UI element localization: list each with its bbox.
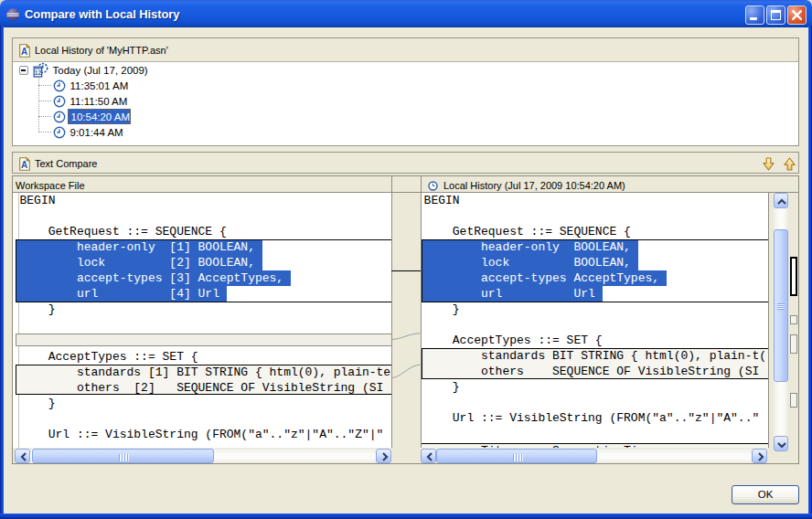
svg-text:12: 12 [35, 69, 42, 76]
svg-text:A: A [20, 46, 27, 56]
svg-text:A: A [21, 159, 27, 169]
